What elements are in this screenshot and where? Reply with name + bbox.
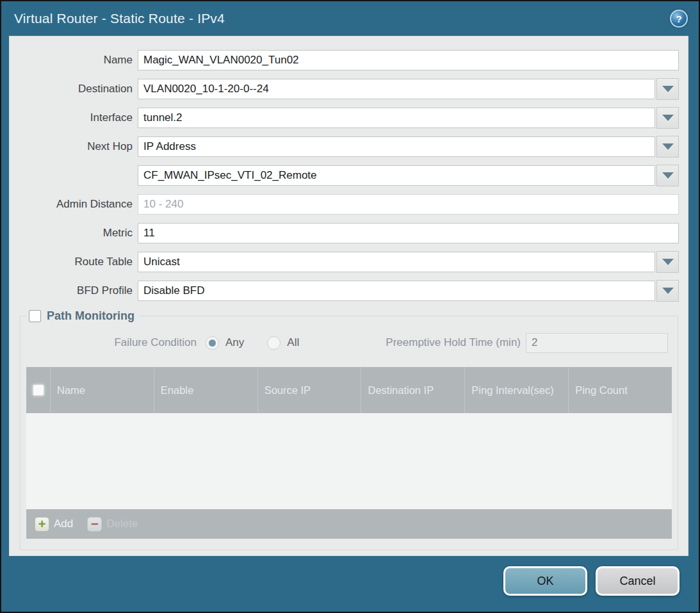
- delete-button[interactable]: − Delete: [87, 517, 138, 532]
- table-toolbar: + Add − Delete: [26, 509, 672, 539]
- path-monitoring-title: Path Monitoring: [47, 309, 134, 323]
- help-glyph: ?: [676, 13, 681, 24]
- dialog-body: Name Destination Interface Next Hop: [9, 36, 688, 556]
- admin-distance-label: Admin Distance: [10, 198, 133, 211]
- dialog-title: Virtual Router - Static Route - IPv4: [14, 11, 225, 26]
- column-header-enable: Enable: [154, 367, 257, 413]
- bfd-profile-label: BFD Profile: [10, 284, 133, 297]
- bfd-profile-row: BFD Profile: [10, 276, 679, 305]
- interface-label: Interface: [10, 111, 133, 124]
- destination-label: Destination: [10, 83, 133, 95]
- interface-input[interactable]: [138, 108, 655, 128]
- path-monitoring-table: Name Enable Source IP Destination IP Pin…: [26, 367, 672, 539]
- preemptive-hold-time-label: Preemptive Hold Time (min): [386, 336, 521, 349]
- add-button-label: Add: [54, 518, 73, 530]
- metric-row: Metric: [10, 218, 679, 247]
- admin-distance-input[interactable]: [138, 194, 679, 215]
- name-label: Name: [10, 54, 133, 67]
- admin-distance-row: Admin Distance: [10, 190, 679, 218]
- interface-dropdown-button[interactable]: [656, 107, 679, 129]
- add-plus-icon: +: [35, 517, 49, 532]
- column-header-ping-count: Ping Count: [568, 367, 672, 413]
- add-button[interactable]: + Add: [35, 517, 73, 532]
- failure-condition-all-label: All: [287, 336, 299, 349]
- metric-input[interactable]: [138, 223, 679, 243]
- static-route-dialog: Virtual Router - Static Route - IPv4 ? N…: [0, 0, 700, 613]
- ok-button[interactable]: OK: [503, 566, 587, 596]
- interface-row: Interface: [10, 103, 679, 132]
- path-monitoring-legend: Path Monitoring: [26, 309, 140, 323]
- next-hop-type-input[interactable]: [138, 136, 655, 157]
- path-monitoring-section: Path Monitoring Failure Condition Any Al…: [20, 309, 678, 550]
- metric-label: Metric: [10, 227, 133, 240]
- failure-condition-row: Failure Condition Any All Preemptive Hol…: [26, 328, 672, 357]
- failure-condition-all-radio[interactable]: [267, 336, 281, 350]
- failure-condition-any-radio[interactable]: [206, 336, 219, 350]
- bfd-profile-input[interactable]: [138, 281, 655, 301]
- column-header-ping-interval: Ping Interval(sec): [464, 367, 568, 413]
- route-table-dropdown-button[interactable]: [656, 251, 679, 273]
- delete-minus-icon: −: [87, 517, 102, 532]
- column-header-source-ip: Source IP: [257, 367, 361, 413]
- destination-input[interactable]: [138, 79, 655, 99]
- next-hop-address-dropdown-button[interactable]: [656, 165, 679, 186]
- chevron-down-icon: [662, 143, 674, 150]
- next-hop-row: Next Hop: [10, 132, 679, 161]
- next-hop-address-input[interactable]: [138, 165, 655, 186]
- help-icon[interactable]: ?: [670, 10, 688, 28]
- route-table-label: Route Table: [10, 256, 133, 268]
- next-hop-type-dropdown-button[interactable]: [656, 136, 679, 158]
- path-monitoring-checkbox[interactable]: [29, 310, 41, 322]
- table-header: Name Enable Source IP Destination IP Pin…: [26, 367, 672, 413]
- chevron-down-icon: [662, 259, 674, 265]
- form-rows: Name Destination Interface Next Hop: [10, 37, 688, 305]
- destination-row: Destination: [10, 74, 679, 103]
- destination-dropdown-button[interactable]: [656, 78, 679, 100]
- next-hop-label: Next Hop: [10, 140, 133, 153]
- preemptive-hold-time-input[interactable]: [526, 333, 668, 353]
- name-input[interactable]: [138, 50, 679, 70]
- cancel-button[interactable]: Cancel: [596, 566, 680, 596]
- dialog-titlebar: Virtual Router - Static Route - IPv4: [1, 1, 699, 35]
- table-body-empty: [26, 413, 672, 509]
- failure-condition-label: Failure Condition: [26, 336, 197, 349]
- chevron-down-icon: [662, 86, 674, 92]
- column-header-destination-ip: Destination IP: [361, 367, 464, 413]
- select-all-cell: [26, 367, 50, 413]
- chevron-down-icon: [662, 288, 674, 294]
- name-row: Name: [10, 45, 679, 74]
- route-table-row: Route Table: [10, 247, 679, 276]
- next-hop-address-row: [10, 161, 679, 190]
- bfd-profile-dropdown-button[interactable]: [656, 280, 679, 302]
- delete-button-label: Delete: [106, 518, 138, 530]
- select-all-checkbox[interactable]: [33, 384, 44, 396]
- failure-condition-any-label: Any: [225, 336, 244, 349]
- chevron-down-icon: [662, 172, 674, 179]
- route-table-input[interactable]: [138, 252, 655, 272]
- column-header-name: Name: [50, 367, 154, 413]
- chevron-down-icon: [662, 115, 674, 121]
